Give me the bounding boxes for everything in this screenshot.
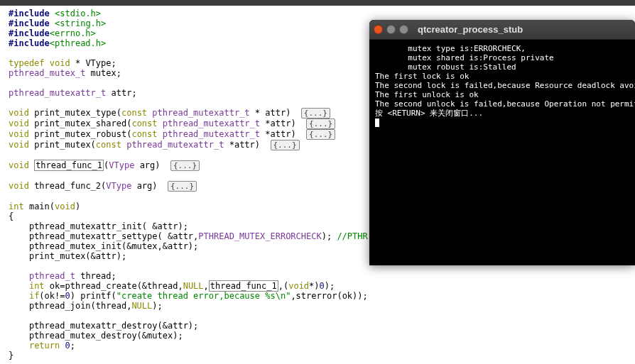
code-text: * VType; (70, 58, 116, 68)
keyword: return (29, 341, 65, 351)
code-text: thread_func_2( (29, 181, 106, 191)
term-line: The second lock is failed,because Resour… (375, 81, 635, 90)
term-line: mutex robust is:Stalled (375, 62, 516, 72)
type: pthread_mutexattr_t (126, 140, 224, 150)
maximize-icon[interactable] (399, 25, 408, 34)
code-text: pthread_mutexattr_init( &attr); (9, 221, 188, 231)
terminal-window[interactable]: qtcreator_process_stub mutex type is:ERR… (369, 20, 635, 265)
keyword: void (9, 140, 29, 150)
term-line: The first lock is ok (375, 72, 469, 81)
keyword: const (131, 129, 162, 139)
keyword: void (288, 281, 309, 291)
header: <pthread.h> (50, 38, 106, 48)
macro: PTHREAD_MUTEX_ERRORCHECK (198, 231, 321, 241)
code-text: ); (322, 231, 337, 241)
type: pthread_mutexattr_t (163, 129, 260, 139)
keyword: void (50, 58, 70, 68)
code-text: arg) (134, 160, 170, 170)
keyword: int (9, 202, 24, 211)
fold-marker[interactable]: {...} (306, 129, 335, 140)
code-text: * attr) (250, 108, 301, 118)
fold-marker[interactable]: {...} (271, 140, 300, 150)
keyword: void (9, 108, 29, 118)
code-text: ); (152, 301, 162, 311)
symbol-highlight[interactable]: thread_func_1 (209, 280, 278, 292)
code-text (9, 291, 29, 301)
fold-marker[interactable]: {...} (301, 108, 330, 118)
code-text: ok=pthread_create(&thread, (45, 281, 183, 291)
type: VType (109, 160, 134, 170)
code-text: , (204, 281, 209, 291)
ide-titlebar (0, 0, 635, 6)
fold-marker[interactable]: {...} (306, 118, 335, 129)
keyword: if (29, 291, 39, 301)
number: 0 (65, 341, 70, 351)
term-line: The second unlock is failed,because Oper… (375, 99, 635, 109)
keyword: const (121, 108, 152, 118)
keyword: void (9, 181, 29, 191)
code-text: attr; (106, 88, 136, 98)
type: pthread_mutex_t (9, 68, 85, 78)
term-line: mutex shared is:Process private (375, 53, 554, 62)
header: <string.h> (55, 18, 106, 28)
code-text: pthread_mutexattr_settype( &attr, (9, 231, 198, 241)
code-text: *attr) (224, 140, 270, 150)
null: NULL (183, 281, 204, 291)
terminal-titlebar[interactable]: qtcreator_process_stub (369, 20, 635, 40)
keyword: const (131, 118, 162, 128)
code-text: pthread_mutex_init(&mutex,&attr); (9, 241, 198, 251)
terminal-body[interactable]: mutex type is:ERRORCHECK, mutex shared i… (369, 40, 635, 131)
code-text: mutex; (85, 68, 121, 78)
number: 0 (320, 281, 325, 291)
type: pthread_mutexattr_t (163, 118, 260, 128)
code-text: ; (70, 341, 75, 351)
code-text: arg) (131, 181, 168, 191)
code-text: print_mutex( (29, 140, 96, 150)
keyword: void (9, 118, 29, 128)
close-icon[interactable] (374, 25, 383, 34)
code-text: *attr) (260, 118, 306, 128)
code-text: } (9, 351, 13, 360)
code-text: print_mutex(&attr); (9, 251, 126, 261)
header: <stdio.h> (55, 9, 101, 18)
type: pthread_t (29, 271, 75, 281)
keyword: void (9, 160, 34, 170)
preproc: #include (9, 18, 55, 28)
keyword: const (96, 140, 126, 150)
term-line: 按 <RETURN> 来关闭窗口... (375, 109, 483, 118)
preproc: #include (9, 38, 50, 48)
symbol-highlight[interactable]: thread_func_1 (34, 160, 104, 171)
code-text (9, 281, 29, 291)
keyword: void (9, 129, 29, 139)
number: 0 (65, 291, 70, 301)
fold-marker[interactable]: {...} (170, 160, 200, 171)
code-text: { (9, 211, 13, 221)
fold-marker[interactable]: {...} (168, 181, 197, 192)
code-text: pthread_mutex_destroy(&mutex); (9, 331, 183, 341)
minimize-icon[interactable] (386, 25, 396, 34)
term-line: mutex type is:ERRORCHECK, (375, 44, 526, 53)
keyword: int (29, 281, 45, 291)
code-text: *) (309, 281, 319, 291)
comment: //PTHR (337, 231, 367, 241)
header: <errno.h> (50, 28, 96, 38)
code-text: pthread_join(thread, (9, 301, 131, 311)
terminal-title: qtcreator_process_stub (418, 24, 523, 35)
preproc: #include (9, 28, 50, 38)
null: NULL (131, 301, 152, 311)
keyword: void (55, 202, 75, 211)
code-text (9, 271, 29, 281)
keyword: typedef (9, 58, 50, 68)
code-text: *attr) (260, 129, 306, 139)
code-text: ,strerror(ok)); (291, 291, 367, 301)
code-text: main( (24, 202, 55, 211)
type: pthread_mutexattr_t (9, 88, 106, 98)
type: pthread_mutexattr_t (152, 108, 249, 118)
code-text: print_mutex_shared( (29, 118, 132, 128)
code-text: print_mutex_type( (29, 108, 121, 118)
string: "create thread error,because %s\n" (116, 291, 291, 301)
preproc: #include (9, 9, 55, 18)
code-text: ,( (278, 281, 288, 291)
code-text: ) (75, 202, 80, 211)
code-text (9, 341, 29, 351)
